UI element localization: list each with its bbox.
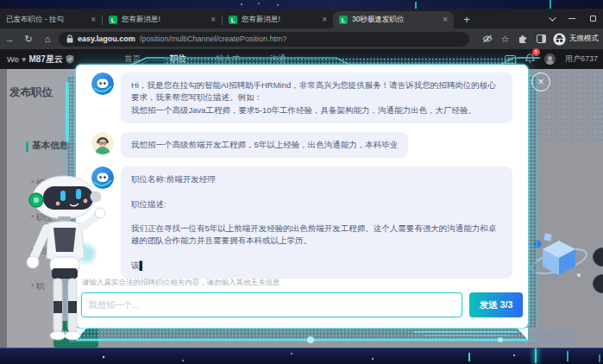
assistant-avatar-icon: [91, 72, 114, 95]
eye-off-icon[interactable]: [478, 35, 496, 43]
window-controls: [549, 9, 596, 28]
page-title: 发布职位: [9, 85, 53, 100]
chat-message-user: 我想招一个高级前端开发工程师，5年以上经验，出色沟通能力，本科毕业: [76, 132, 528, 158]
minimize-icon[interactable]: [568, 18, 575, 20]
tab-title: 您有新消息!: [242, 15, 317, 25]
home-icon[interactable]: ⌂: [38, 34, 57, 44]
incognito-icon: [553, 33, 566, 46]
wallpaper-streak: [415, 2, 417, 9]
desktop-wallpaper-bottom: [0, 348, 603, 364]
wallpaper-streak: [550, 0, 551, 9]
extensions-icon[interactable]: [514, 35, 532, 44]
lock-icon: [66, 35, 73, 43]
chat-input-row: 发送 3/3: [81, 292, 523, 317]
lagou-favicon: L: [339, 16, 348, 24]
sidebar-icon[interactable]: [532, 35, 550, 43]
reload-icon[interactable]: ↻: [19, 34, 38, 45]
chat-bubble: Hi，我是您在拉勾的智能AI招聘助手HRMind，非常高兴为您提供服务！请告诉我…: [121, 72, 512, 123]
maximize-icon[interactable]: [590, 16, 596, 22]
tab-new-message-2[interactable]: L 您有新消息! ×: [223, 11, 333, 28]
chat-message-assistant: Hi，我是您在拉勾的智能AI招聘助手HRMind，非常高兴为您提供服务！请告诉我…: [76, 72, 528, 123]
chat-bubble: 我想招一个高级前端开发工程师，5年以上经验，出色沟通能力，本科毕业: [121, 132, 408, 158]
nav-forward-icon[interactable]: →: [0, 34, 19, 44]
tab-published-positions[interactable]: 已发布职位 - 拉勾 ×: [0, 11, 102, 28]
ai-chat-dialog: Hi，我是您在拉勾的智能AI招聘助手HRMind，非常高兴为您提供服务！请告诉我…: [76, 65, 528, 328]
tab-title: 30秒极速发职位: [352, 15, 438, 25]
incognito-badge[interactable]: 无痕模式: [553, 33, 599, 46]
screen: 已发布职位 - 拉勾 × L 您有新消息! × L 您有新消息! × L 30秒…: [0, 0, 603, 364]
wallpaper-streak: [567, 351, 568, 361]
browser-tab-bar: 已发布职位 - 拉勾 × L 您有新消息! × L 您有新消息! × L 30秒…: [0, 9, 603, 28]
chat-message-text: Hi，我是您在拉勾的智能AI招聘助手HRMind，非常高兴为您提供服务！请告诉我…: [131, 80, 496, 115]
tab-close-icon[interactable]: ×: [91, 16, 96, 24]
tab-close-icon[interactable]: ×: [210, 16, 216, 24]
bookmark-star-icon[interactable]: ☆: [496, 34, 514, 45]
section-marker: [26, 141, 28, 152]
url-path: /position/multiChannel/createPosition.ht…: [140, 35, 287, 43]
chat-message-text: 职位名称:前端开发经理 职位描述: 我们正在寻找一位有5年以上前端开发经验的出色…: [131, 174, 496, 270]
browser-toolbar: → ↻ ⌂ easy.lagou.com/position/multiChann…: [0, 28, 603, 49]
input-hint: 请输入真实合法的招聘职位相关内容，请勿输入其他无关信息: [82, 278, 280, 288]
chevron-down-icon[interactable]: [549, 14, 556, 21]
wallpaper-streak: [599, 355, 600, 362]
chat-message-text: 我想招一个高级前端开发工程师，5年以上经验，出色沟通能力，本科毕业: [131, 140, 398, 149]
brand-heart-icon: ♥: [22, 55, 26, 64]
page-left-margin: [0, 69, 7, 348]
wallpaper-streak: [535, 348, 537, 363]
tab-new-message-1[interactable]: L 您有新消息! ×: [103, 11, 222, 28]
chat-input[interactable]: [81, 292, 462, 317]
new-tab-button[interactable]: +: [459, 11, 474, 27]
address-bar[interactable]: easy.lagou.com/position/multiChannel/cre…: [59, 32, 469, 47]
tab-close-icon[interactable]: ×: [443, 16, 448, 24]
username: 用户6737: [565, 53, 598, 65]
wallpaper-streak: [468, 353, 470, 361]
chat-bubble: 职位名称:前端开发经理 职位描述: 我们正在寻找一位有5年以上前端开发经验的出色…: [121, 166, 512, 279]
desktop-wallpaper-top: [0, 0, 603, 9]
user-avatar-icon: [91, 132, 114, 154]
robot-mascot: [19, 175, 105, 348]
tab-quick-publish-active[interactable]: L 30秒极速发职位 ×: [333, 11, 454, 28]
dialog-close-icon[interactable]: ×: [531, 72, 550, 91]
lagou-favicon: L: [229, 16, 237, 24]
send-button[interactable]: 发送 3/3: [469, 292, 523, 317]
tab-title: 您有新消息!: [122, 15, 206, 25]
chat-message-assistant: 职位名称:前端开发经理 职位描述: 我们正在寻找一位有5年以上前端开发经验的出色…: [76, 166, 528, 279]
lagou-favicon: L: [109, 16, 117, 24]
tab-title: 已发布职位 - 拉勾: [6, 15, 86, 25]
brand-prefix: We: [7, 54, 19, 64]
url-host: easy.lagou.com: [78, 35, 135, 43]
incognito-label: 无痕模式: [569, 34, 599, 44]
typing-cursor: ▌: [140, 260, 146, 270]
tab-close-icon[interactable]: ×: [322, 16, 327, 24]
